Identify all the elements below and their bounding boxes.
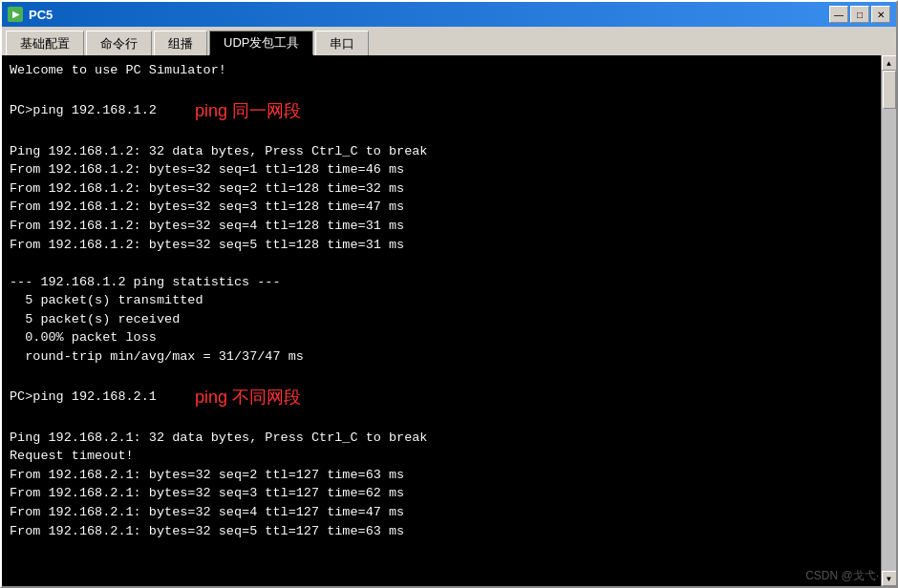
- tab-serial[interactable]: 串口: [315, 31, 369, 55]
- scroll-thumb[interactable]: [883, 71, 896, 109]
- terminal-line-2-seq4: From 192.168.2.1: bytes=32 seq=4 ttl=127…: [10, 503, 873, 522]
- terminal-line-seq4: From 192.168.1.2: bytes=32 seq=4 ttl=128…: [10, 217, 873, 236]
- tab-basic[interactable]: 基础配置: [6, 31, 84, 55]
- terminal-line-seq1: From 192.168.1.2: bytes=32 seq=1 ttl=128…: [10, 160, 873, 179]
- terminal-line-2-seq3: From 192.168.2.1: bytes=32 seq=3 ttl=127…: [10, 484, 873, 503]
- terminal-line-ping-header1: Ping 192.168.1.2: 32 data bytes, Press C…: [10, 142, 873, 161]
- title-bar: ▶ PC5 — □ ✕: [2, 2, 896, 27]
- main-window: ▶ PC5 — □ ✕ 基础配置 命令行 组播 UDP发包工具 串口 Welco…: [0, 0, 898, 588]
- ping-line-2-container: PC>ping 192.168.2.1 ping 不同网段: [10, 385, 873, 410]
- tab-cmd[interactable]: 命令行: [86, 31, 152, 55]
- app-icon: ▶: [8, 7, 23, 22]
- ping-line-1-container: PC>ping 192.168.1.2 ping 同一网段: [10, 98, 873, 123]
- terminal-line-2-seq2: From 192.168.2.1: bytes=32 seq=2 ttl=127…: [10, 466, 873, 485]
- blank-line-4: [10, 367, 873, 386]
- watermark: CSDN @戈弋·: [805, 568, 879, 584]
- terminal-line-transmitted: 5 packet(s) transmitted: [10, 291, 873, 310]
- annotation-same-segment: ping 同一网段: [195, 98, 301, 123]
- title-bar-left: ▶ PC5: [8, 7, 53, 22]
- terminal-line-received: 5 packet(s) received: [10, 310, 873, 329]
- blank-line-3: [10, 254, 873, 273]
- maximize-button[interactable]: □: [850, 6, 869, 23]
- tab-multicast[interactable]: 组播: [154, 31, 207, 55]
- title-bar-buttons: — □ ✕: [829, 6, 890, 23]
- scroll-up-button[interactable]: ▲: [882, 55, 897, 71]
- content-area: Welcome to use PC Simulator! PC>ping 192…: [2, 55, 896, 586]
- terminal[interactable]: Welcome to use PC Simulator! PC>ping 192…: [2, 55, 881, 586]
- scroll-track: [882, 71, 897, 571]
- terminal-line-round-trip: round-trip min/avg/max = 31/37/47 ms: [10, 347, 873, 367]
- terminal-line-seq5: From 192.168.1.2: bytes=32 seq=5 ttl=128…: [10, 236, 873, 255]
- minimize-button[interactable]: —: [829, 6, 848, 23]
- terminal-line-timeout: Request timeout!: [10, 447, 873, 466]
- terminal-line-seq2: From 192.168.1.2: bytes=32 seq=2 ttl=128…: [10, 179, 873, 199]
- blank-line-5: [10, 410, 873, 429]
- annotation-diff-segment: ping 不同网段: [195, 385, 301, 410]
- terminal-line-packet-loss: 0.00% packet loss: [10, 328, 873, 347]
- terminal-line-2-seq5: From 192.168.2.1: bytes=32 seq=5 ttl=127…: [10, 522, 873, 541]
- window-title: PC5: [29, 8, 53, 22]
- terminal-line-welcome: Welcome to use PC Simulator!: [10, 61, 873, 80]
- blank-line-2: [10, 123, 873, 142]
- scrollbar[interactable]: ▲ ▼: [881, 55, 896, 586]
- tabs-bar: 基础配置 命令行 组播 UDP发包工具 串口: [2, 27, 896, 55]
- terminal-line-ping2: PC>ping 192.168.2.1: [10, 388, 157, 407]
- tab-udp[interactable]: UDP发包工具: [209, 31, 313, 55]
- terminal-line-stats-header: --- 192.168.1.2 ping statistics ---: [10, 273, 873, 292]
- scroll-down-button[interactable]: ▼: [882, 571, 897, 586]
- terminal-line-seq3: From 192.168.1.2: bytes=32 seq=3 ttl=128…: [10, 198, 873, 217]
- terminal-line-ping1: PC>ping 192.168.1.2: [10, 101, 157, 120]
- blank-line-1: [10, 80, 873, 99]
- terminal-line-ping-header2: Ping 192.168.2.1: 32 data bytes, Press C…: [10, 429, 873, 448]
- close-button[interactable]: ✕: [871, 6, 890, 23]
